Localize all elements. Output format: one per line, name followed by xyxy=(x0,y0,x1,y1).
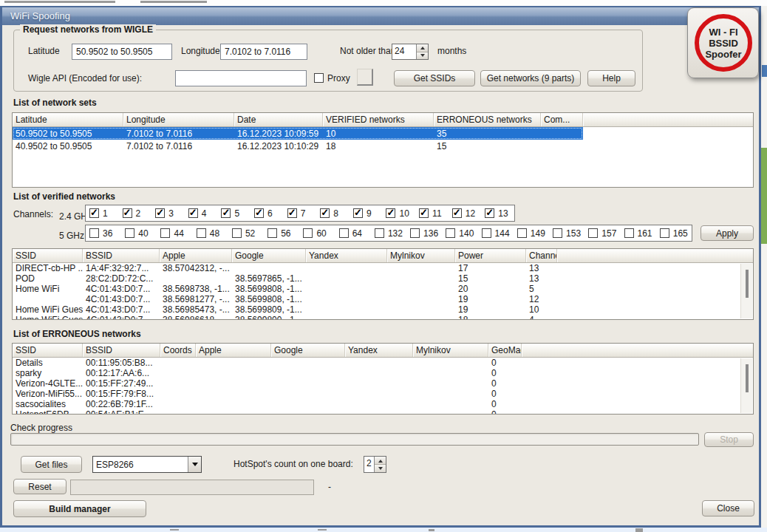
column-header-google[interactable]: Google xyxy=(271,344,345,357)
hotspot-count-stepper[interactable]: 2 xyxy=(364,456,386,473)
title-bar[interactable]: WiFi Spoofing xyxy=(2,7,759,25)
get-networks-button[interactable]: Get networks (9 parts) xyxy=(480,70,581,86)
channel-132-checkbox[interactable] xyxy=(375,228,384,238)
channel-36-checkbox[interactable] xyxy=(89,228,99,238)
column-header-google[interactable]: Google xyxy=(232,249,306,262)
column-header-yandex[interactable]: Yandex xyxy=(306,249,387,262)
get-files-button[interactable]: Get files xyxy=(21,456,82,473)
column-header-erroneous-networks[interactable]: ERRONEOUS networks xyxy=(434,113,541,126)
spin-down-icon[interactable] xyxy=(375,464,386,472)
table-row[interactable]: HotspotE6DB00:54:AE:B1:E...0 xyxy=(13,409,522,414)
channel-60-checkbox[interactable] xyxy=(303,228,313,238)
table-row[interactable]: Verizon-4GLTE...00:15:FF:27:49...0 xyxy=(13,378,522,389)
close-button[interactable]: Close xyxy=(702,500,754,516)
table-row[interactable]: 4C:01:43:D0:7...38.56981277, -...38.5699… xyxy=(13,294,557,304)
column-header-bssid[interactable]: BSSID xyxy=(83,344,160,357)
stop-button[interactable]: Stop xyxy=(704,432,754,447)
column-header-com-[interactable]: Com... xyxy=(541,113,583,126)
latitude-input[interactable]: 50.9502 to 50.9505 xyxy=(72,44,172,60)
channel-136-checkbox[interactable] xyxy=(410,228,420,238)
proxy-panel[interactable] xyxy=(357,69,373,86)
build-manager-button[interactable]: Build manager xyxy=(13,500,146,517)
table-row[interactable]: DIRECT-cb-HP ...1A:4F:32:92:7...38.57042… xyxy=(13,263,557,273)
longitude-input[interactable]: 7.0102 to 7.0116 xyxy=(220,44,307,60)
column-header-ssid[interactable]: SSID xyxy=(13,249,83,262)
table-row[interactable]: Home WiFi4C:01:43:D0:7...38.5698738, -1.… xyxy=(13,284,557,294)
column-header-power[interactable]: Power xyxy=(455,249,526,262)
spin-up-icon[interactable] xyxy=(375,457,386,464)
table-cell: 38.5699808, -1... xyxy=(232,284,306,294)
column-header-latitude[interactable]: Latitude xyxy=(13,113,123,126)
verified-table-scrollbar[interactable] xyxy=(740,264,752,318)
table-row[interactable]: sacsocialites00:22:6B:79:1F...0 xyxy=(13,399,522,409)
channel-161-checkbox[interactable] xyxy=(624,228,634,238)
channel-153-checkbox[interactable] xyxy=(553,228,562,238)
spin-up-icon[interactable] xyxy=(417,44,428,52)
channel-44-checkbox[interactable] xyxy=(160,228,170,238)
table-row[interactable]: Details00:11:95:05:B8...0 xyxy=(13,358,522,368)
board-select[interactable]: ESP8266 xyxy=(92,456,202,473)
table-row[interactable]: Verizon-MiFi55...00:15:FF:79:F8...0 xyxy=(13,389,522,399)
channel-3-checkbox[interactable] xyxy=(155,208,165,218)
table-row[interactable]: POD28:C2:DD:72:C...38.5697865, -1...1513 xyxy=(13,273,557,284)
proxy-checkbox[interactable] xyxy=(314,73,324,83)
column-header-yandex[interactable]: Yandex xyxy=(345,344,413,357)
column-header-date[interactable]: Date xyxy=(234,113,323,126)
hotspot-count-value[interactable]: 2 xyxy=(364,457,374,472)
channel-144-checkbox[interactable] xyxy=(482,228,491,238)
channel-140-checkbox[interactable] xyxy=(446,228,455,238)
scrollbar-thumb[interactable] xyxy=(746,270,749,298)
months-value[interactable]: 24 xyxy=(392,44,416,59)
channel-11-checkbox[interactable] xyxy=(419,208,429,218)
channel-149-checkbox[interactable] xyxy=(517,228,527,238)
column-header-coords[interactable]: Coords xyxy=(160,344,196,357)
proxy-label: Proxy xyxy=(327,73,350,83)
table-cell: 00:15:FF:27:49... xyxy=(83,378,160,389)
table-cell: 00:22:6B:79:1F... xyxy=(83,399,160,409)
channel-9-checkbox[interactable] xyxy=(353,208,363,218)
column-header-geomac[interactable]: GeoMac xyxy=(488,344,522,357)
channel-8-checkbox[interactable] xyxy=(320,208,330,218)
column-header-channel[interactable]: Channel xyxy=(526,249,557,262)
help-button[interactable]: Help xyxy=(587,70,635,86)
column-header-bssid[interactable]: BSSID xyxy=(83,249,160,262)
table-row[interactable]: Home WiFi Guest4C:01:43:D0:7...38.569866… xyxy=(13,315,557,319)
wigle-api-input[interactable] xyxy=(175,70,307,86)
scrollbar-thumb[interactable] xyxy=(746,364,749,392)
erroneous-table-scrollbar[interactable] xyxy=(740,358,752,413)
get-ssids-button[interactable]: Get SSIDs xyxy=(394,70,475,86)
channel-56-checkbox[interactable] xyxy=(267,228,277,238)
chevron-down-icon[interactable] xyxy=(188,457,201,472)
channel-52-checkbox[interactable] xyxy=(232,228,242,238)
channel-165-checkbox[interactable] xyxy=(660,228,669,238)
channel-157-checkbox[interactable] xyxy=(588,228,598,238)
table-row[interactable]: sparky00:12:17:AA:6...0 xyxy=(13,368,522,378)
column-header-mylnikov[interactable]: Mylnikov xyxy=(413,344,488,357)
channel-4-checkbox[interactable] xyxy=(188,208,198,218)
channel-cell: 10 xyxy=(382,208,415,219)
reset-button[interactable]: Reset xyxy=(13,479,67,494)
channel-1-checkbox[interactable] xyxy=(89,208,99,218)
channel-2-checkbox[interactable] xyxy=(123,208,132,218)
channel-6-checkbox[interactable] xyxy=(254,208,264,218)
spin-down-icon[interactable] xyxy=(417,52,428,60)
column-header-ssid[interactable]: SSID xyxy=(13,344,83,357)
column-header-apple[interactable]: Apple xyxy=(160,249,232,262)
months-stepper[interactable]: 24 xyxy=(392,44,429,60)
table-row[interactable]: 40.9502 to 50.95057.0102 to 7.011616.12.… xyxy=(13,140,583,152)
column-header-longitude[interactable]: Longitude xyxy=(123,113,234,126)
channel-7-checkbox[interactable] xyxy=(287,208,297,218)
table-row[interactable]: Home WiFi Guest4C:01:43:D0:7...38.569854… xyxy=(13,304,557,315)
apply-button[interactable]: Apply xyxy=(700,225,754,241)
channel-40-checkbox[interactable] xyxy=(125,228,134,238)
channel-5-checkbox[interactable] xyxy=(221,208,231,218)
column-header-apple[interactable]: Apple xyxy=(196,344,271,357)
channel-64-checkbox[interactable] xyxy=(339,228,349,238)
channel-48-checkbox[interactable] xyxy=(197,228,206,238)
channel-10-checkbox[interactable] xyxy=(386,208,395,218)
channel-13-checkbox[interactable] xyxy=(485,208,494,218)
column-header-verified-networks[interactable]: VERIFIED networks xyxy=(323,113,434,126)
table-row[interactable]: 50.9502 to 50.95057.0102 to 7.011616.12.… xyxy=(13,127,583,140)
channel-12-checkbox[interactable] xyxy=(452,208,462,218)
column-header-mylnikov[interactable]: Mylnikov xyxy=(387,249,455,262)
